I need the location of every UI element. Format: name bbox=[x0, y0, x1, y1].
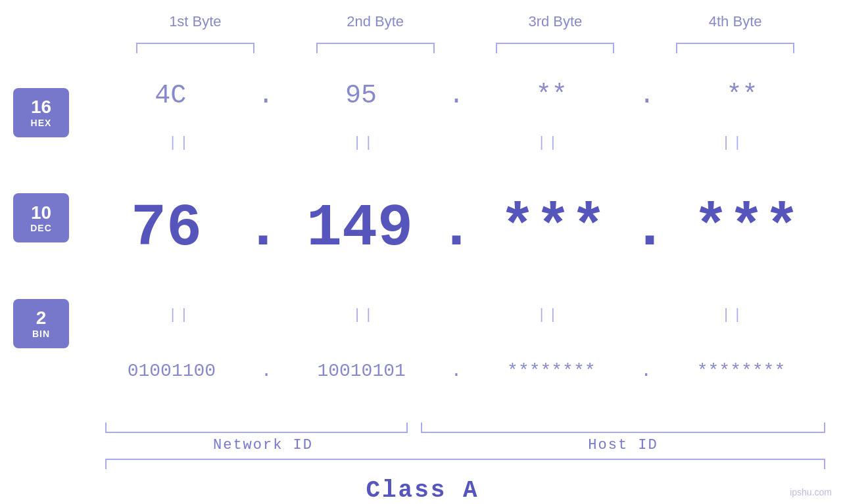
byte-header-2: 2nd Byte bbox=[297, 13, 454, 30]
top-bracket-3 bbox=[476, 43, 634, 53]
sep-cell-2a: || bbox=[285, 135, 443, 151]
bin-cell-2: 10010101 bbox=[283, 361, 441, 381]
sep-cell-4b: || bbox=[654, 307, 812, 323]
dec-value-1: 76 bbox=[131, 195, 202, 262]
sep-cell-2b: || bbox=[285, 307, 443, 323]
bin-cell-4: ******** bbox=[662, 361, 820, 381]
bin-dot-1: . bbox=[261, 361, 272, 381]
byte-header-1: 1st Byte bbox=[116, 13, 274, 30]
hex-data-row: 4C . 95 . ** . ** bbox=[87, 60, 825, 131]
dec-value-4: *** bbox=[693, 195, 800, 262]
byte-headers-row: 1st Byte 2nd Byte 3rd Byte 4th Byte bbox=[0, 0, 845, 30]
byte-header-4: 4th Byte bbox=[656, 13, 814, 30]
hex-value-4: ** bbox=[726, 81, 758, 110]
hex-number: 16 bbox=[31, 97, 51, 118]
bin-value-4: ******** bbox=[697, 361, 785, 381]
hex-value-3: ** bbox=[536, 81, 567, 110]
dec-data-row: 76 . 149 . *** . *** bbox=[87, 154, 825, 304]
byte-header-3: 3rd Byte bbox=[476, 13, 634, 30]
hex-cell-3: ** bbox=[473, 81, 631, 110]
separator-row-1: || || || || bbox=[87, 131, 825, 154]
top-bracket-1 bbox=[116, 43, 274, 53]
main-container: 1st Byte 2nd Byte 3rd Byte 4th Byte 16 H… bbox=[0, 0, 845, 504]
base-labels-col: 16 HEX 10 DEC 2 BIN bbox=[0, 53, 87, 423]
bin-cell-1: 01001100 bbox=[93, 361, 251, 381]
bin-cell-3: ******** bbox=[472, 361, 630, 381]
sep-cell-3b: || bbox=[470, 307, 627, 323]
bin-dot-2: . bbox=[451, 361, 462, 381]
bin-label: BIN bbox=[32, 329, 50, 339]
bin-value-2: 10010101 bbox=[317, 361, 405, 381]
dec-value-2: 149 bbox=[306, 195, 413, 262]
dec-dot-2: . bbox=[439, 195, 474, 262]
sep-cell-1b: || bbox=[101, 307, 258, 323]
hex-value-1: 4C bbox=[155, 81, 186, 110]
network-id-label: Network ID bbox=[105, 437, 421, 453]
sep-cell-1a: || bbox=[101, 135, 258, 151]
top-bracket-2 bbox=[297, 43, 454, 53]
hex-cell-2: 95 bbox=[282, 81, 440, 110]
hex-cell-1: 4C bbox=[91, 81, 249, 110]
dec-dot-1: . bbox=[245, 195, 281, 262]
hex-dot-3: . bbox=[639, 81, 655, 110]
bin-value-3: ******** bbox=[507, 361, 595, 381]
bin-badge: 2 BIN bbox=[13, 299, 69, 348]
hex-badge: 16 HEX bbox=[13, 88, 69, 137]
dec-cell-4: *** bbox=[667, 195, 825, 262]
class-label-row: Class A bbox=[0, 477, 845, 504]
class-label: Class A bbox=[366, 477, 479, 504]
separator-row-2: || || || || bbox=[87, 304, 825, 327]
hex-dot-1: . bbox=[258, 81, 274, 110]
dec-cell-2: 149 bbox=[281, 195, 439, 262]
id-labels-row: Network ID Host ID bbox=[0, 437, 845, 453]
bin-dot-3: . bbox=[640, 361, 652, 381]
dec-value-3: *** bbox=[500, 195, 606, 262]
hex-label: HEX bbox=[31, 118, 52, 128]
dec-badge: 10 DEC bbox=[13, 193, 69, 242]
dec-label: DEC bbox=[30, 223, 52, 233]
bin-data-row: 01001100 . 10010101 . ******** . *******… bbox=[87, 327, 825, 416]
sep-cell-3a: || bbox=[470, 135, 627, 151]
hex-value-2: 95 bbox=[345, 81, 377, 110]
hex-cell-4: ** bbox=[663, 81, 821, 110]
dec-number: 10 bbox=[31, 203, 51, 223]
bin-number: 2 bbox=[36, 308, 47, 329]
bin-value-1: 01001100 bbox=[128, 361, 216, 381]
top-brackets-row bbox=[0, 34, 845, 53]
hex-dot-2: . bbox=[448, 81, 464, 110]
dec-cell-1: 76 bbox=[87, 195, 245, 262]
watermark: ipshu.com bbox=[790, 487, 832, 497]
dec-cell-3: *** bbox=[474, 195, 632, 262]
host-id-label: Host ID bbox=[421, 437, 825, 453]
dec-dot-3: . bbox=[632, 195, 667, 262]
top-bracket-4 bbox=[656, 43, 814, 53]
sep-cell-4a: || bbox=[654, 135, 812, 151]
